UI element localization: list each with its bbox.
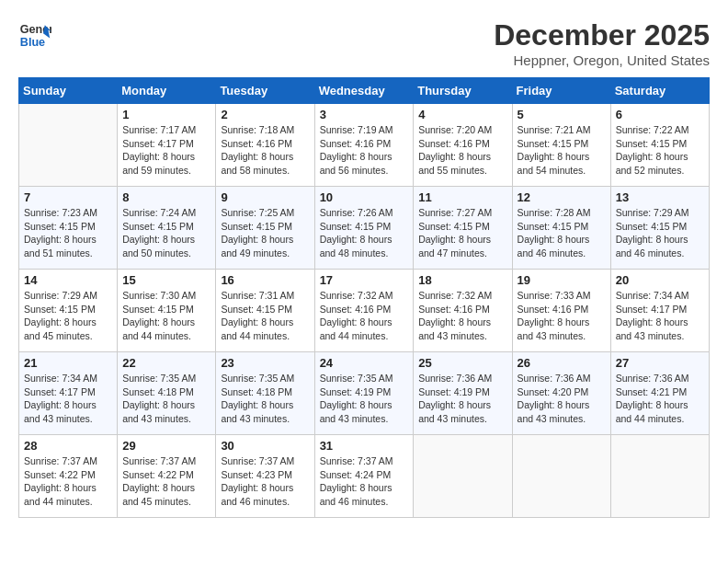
calendar-cell: 19Sunrise: 7:33 AM Sunset: 4:16 PM Dayli… [512, 270, 610, 352]
day-number: 18 [418, 273, 506, 287]
calendar-cell: 2Sunrise: 7:18 AM Sunset: 4:16 PM Daylig… [216, 104, 314, 187]
day-number: 12 [518, 190, 606, 204]
calendar-cell: 6Sunrise: 7:22 AM Sunset: 4:15 PM Daylig… [610, 104, 709, 187]
day-info: Sunrise: 7:29 AM Sunset: 4:15 PM Dayligh… [24, 289, 112, 343]
calendar-cell: 14Sunrise: 7:29 AM Sunset: 4:15 PM Dayli… [19, 270, 118, 352]
calendar-cell: 7Sunrise: 7:23 AM Sunset: 4:15 PM Daylig… [19, 187, 118, 270]
day-info: Sunrise: 7:24 AM Sunset: 4:15 PM Dayligh… [122, 206, 210, 260]
logo-icon: General Blue [18, 18, 51, 52]
calendar-cell: 22Sunrise: 7:35 AM Sunset: 4:18 PM Dayli… [118, 352, 216, 435]
day-number: 3 [320, 108, 409, 121]
day-number: 17 [320, 273, 409, 287]
day-info: Sunrise: 7:37 AM Sunset: 4:24 PM Dayligh… [320, 454, 409, 509]
day-info: Sunrise: 7:25 AM Sunset: 4:15 PM Dayligh… [221, 206, 309, 260]
calendar-cell: 17Sunrise: 7:32 AM Sunset: 4:16 PM Dayli… [314, 270, 414, 352]
day-number: 15 [122, 273, 210, 287]
logo: General Blue [18, 18, 51, 52]
day-number: 2 [221, 108, 309, 121]
day-number: 1 [122, 108, 210, 121]
weekday-sunday: Sunday [19, 78, 118, 104]
day-number: 9 [221, 190, 309, 204]
calendar-cell [414, 435, 512, 518]
calendar-cell: 26Sunrise: 7:36 AM Sunset: 4:20 PM Dayli… [512, 352, 610, 435]
calendar-week-5: 28Sunrise: 7:37 AM Sunset: 4:22 PM Dayli… [19, 435, 710, 518]
day-info: Sunrise: 7:37 AM Sunset: 4:22 PM Dayligh… [122, 454, 210, 509]
day-info: Sunrise: 7:37 AM Sunset: 4:23 PM Dayligh… [221, 454, 309, 509]
day-number: 11 [418, 190, 506, 204]
calendar-week-3: 14Sunrise: 7:29 AM Sunset: 4:15 PM Dayli… [19, 270, 710, 352]
day-info: Sunrise: 7:27 AM Sunset: 4:15 PM Dayligh… [418, 206, 506, 260]
day-info: Sunrise: 7:30 AM Sunset: 4:15 PM Dayligh… [122, 289, 210, 343]
day-info: Sunrise: 7:29 AM Sunset: 4:15 PM Dayligh… [616, 206, 704, 260]
day-number: 16 [221, 273, 309, 287]
weekday-header-row: SundayMondayTuesdayWednesdayThursdayFrid… [19, 78, 710, 104]
page-header: General Blue December 2025 Heppner, Oreg… [18, 18, 710, 68]
day-number: 7 [24, 190, 112, 204]
day-info: Sunrise: 7:33 AM Sunset: 4:16 PM Dayligh… [518, 289, 606, 343]
calendar-cell [512, 435, 610, 518]
calendar-week-2: 7Sunrise: 7:23 AM Sunset: 4:15 PM Daylig… [19, 187, 710, 270]
day-info: Sunrise: 7:23 AM Sunset: 4:15 PM Dayligh… [24, 206, 112, 260]
weekday-wednesday: Wednesday [314, 78, 414, 104]
calendar-cell: 27Sunrise: 7:36 AM Sunset: 4:21 PM Dayli… [610, 352, 709, 435]
day-info: Sunrise: 7:32 AM Sunset: 4:16 PM Dayligh… [418, 289, 506, 343]
day-number: 23 [221, 356, 309, 370]
day-info: Sunrise: 7:31 AM Sunset: 4:15 PM Dayligh… [221, 289, 309, 343]
day-info: Sunrise: 7:36 AM Sunset: 4:20 PM Dayligh… [518, 372, 606, 426]
calendar-cell: 15Sunrise: 7:30 AM Sunset: 4:15 PM Dayli… [118, 270, 216, 352]
day-number: 13 [616, 190, 704, 204]
day-info: Sunrise: 7:20 AM Sunset: 4:16 PM Dayligh… [418, 123, 506, 178]
day-number: 5 [518, 108, 606, 121]
day-number: 10 [320, 190, 409, 204]
calendar-cell: 5Sunrise: 7:21 AM Sunset: 4:15 PM Daylig… [512, 104, 610, 187]
calendar-cell: 16Sunrise: 7:31 AM Sunset: 4:15 PM Dayli… [216, 270, 314, 352]
calendar-cell: 29Sunrise: 7:37 AM Sunset: 4:22 PM Dayli… [118, 435, 216, 518]
day-number: 6 [616, 108, 704, 121]
day-info: Sunrise: 7:35 AM Sunset: 4:18 PM Dayligh… [221, 372, 309, 426]
calendar-cell: 13Sunrise: 7:29 AM Sunset: 4:15 PM Dayli… [610, 187, 709, 270]
calendar-table: SundayMondayTuesdayWednesdayThursdayFrid… [18, 77, 710, 518]
day-number: 24 [320, 356, 409, 370]
weekday-monday: Monday [118, 78, 216, 104]
svg-text:Blue: Blue [20, 36, 45, 49]
calendar-cell: 18Sunrise: 7:32 AM Sunset: 4:16 PM Dayli… [414, 270, 512, 352]
day-number: 4 [418, 108, 506, 121]
weekday-saturday: Saturday [610, 78, 709, 104]
day-number: 8 [122, 190, 210, 204]
calendar-cell [19, 104, 118, 187]
day-number: 29 [122, 439, 210, 453]
day-number: 25 [418, 356, 506, 370]
day-info: Sunrise: 7:36 AM Sunset: 4:21 PM Dayligh… [616, 372, 704, 426]
day-number: 14 [24, 273, 112, 287]
calendar-cell: 8Sunrise: 7:24 AM Sunset: 4:15 PM Daylig… [118, 187, 216, 270]
day-number: 19 [518, 273, 606, 287]
day-info: Sunrise: 7:36 AM Sunset: 4:19 PM Dayligh… [418, 372, 506, 426]
calendar-cell: 1Sunrise: 7:17 AM Sunset: 4:17 PM Daylig… [118, 104, 216, 187]
day-number: 30 [221, 439, 309, 453]
calendar-cell [610, 435, 709, 518]
month-title: December 2025 [494, 18, 710, 52]
calendar-cell: 4Sunrise: 7:20 AM Sunset: 4:16 PM Daylig… [414, 104, 512, 187]
title-block: December 2025 Heppner, Oregon, United St… [494, 18, 710, 68]
calendar-cell: 23Sunrise: 7:35 AM Sunset: 4:18 PM Dayli… [216, 352, 314, 435]
calendar-cell: 10Sunrise: 7:26 AM Sunset: 4:15 PM Dayli… [314, 187, 414, 270]
weekday-thursday: Thursday [414, 78, 512, 104]
day-info: Sunrise: 7:37 AM Sunset: 4:22 PM Dayligh… [24, 454, 112, 509]
weekday-friday: Friday [512, 78, 610, 104]
calendar-cell: 30Sunrise: 7:37 AM Sunset: 4:23 PM Dayli… [216, 435, 314, 518]
calendar-cell: 20Sunrise: 7:34 AM Sunset: 4:17 PM Dayli… [610, 270, 709, 352]
day-number: 28 [24, 439, 112, 453]
day-number: 20 [616, 273, 704, 287]
calendar-cell: 31Sunrise: 7:37 AM Sunset: 4:24 PM Dayli… [314, 435, 414, 518]
day-number: 31 [320, 439, 409, 453]
day-info: Sunrise: 7:21 AM Sunset: 4:15 PM Dayligh… [518, 123, 606, 178]
day-number: 22 [122, 356, 210, 370]
calendar-week-4: 21Sunrise: 7:34 AM Sunset: 4:17 PM Dayli… [19, 352, 710, 435]
calendar-cell: 3Sunrise: 7:19 AM Sunset: 4:16 PM Daylig… [314, 104, 414, 187]
location: Heppner, Oregon, United States [494, 52, 710, 68]
day-info: Sunrise: 7:18 AM Sunset: 4:16 PM Dayligh… [221, 123, 309, 178]
calendar-cell: 12Sunrise: 7:28 AM Sunset: 4:15 PM Dayli… [512, 187, 610, 270]
day-number: 26 [518, 356, 606, 370]
calendar-cell: 24Sunrise: 7:35 AM Sunset: 4:19 PM Dayli… [314, 352, 414, 435]
day-info: Sunrise: 7:32 AM Sunset: 4:16 PM Dayligh… [320, 289, 409, 343]
